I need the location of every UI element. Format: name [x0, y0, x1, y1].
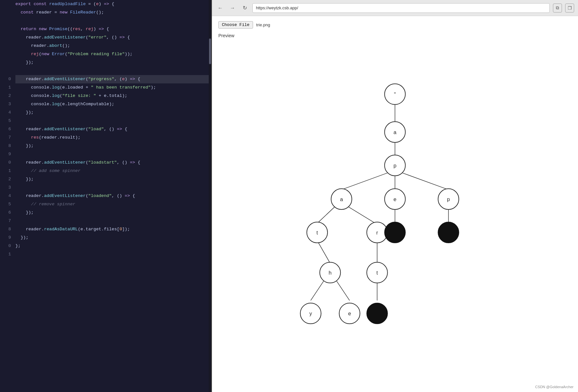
code-line: return new Promise((res, rej) => { [15, 25, 211, 33]
code-line: reader.addEventListener("loadstart", () … [15, 158, 211, 167]
code-line [15, 17, 211, 25]
trie-node-end1 [385, 222, 406, 243]
code-line: reader.addEventListener("load", () => { [15, 125, 211, 133]
svg-text:r: r [376, 230, 378, 235]
svg-text:t: t [316, 230, 318, 235]
code-line: console.log("file size: " + e.total); [15, 92, 211, 100]
code-line: reader.addEventListener("loadend", () =>… [15, 192, 211, 200]
url-bar[interactable] [252, 3, 550, 13]
code-line [15, 67, 211, 75]
svg-line-9 [317, 241, 330, 263]
code-line: }); [15, 58, 211, 67]
svg-text:y: y [309, 311, 312, 316]
code-content: export const readUploadFile = (e) => { c… [13, 0, 211, 392]
svg-point-30 [385, 222, 406, 243]
svg-line-6 [348, 207, 376, 223]
trie-visualization: " a p a [218, 41, 572, 381]
code-line [15, 217, 211, 225]
code-line: reader.addEventListener("progress", (e) … [15, 75, 211, 83]
svg-point-40 [367, 303, 388, 324]
scroll-track[interactable] [209, 0, 211, 392]
code-line: }); [15, 234, 211, 242]
open-new-button[interactable]: ❐ [565, 4, 574, 13]
trie-node-p2: p [438, 189, 459, 209]
svg-text:h: h [329, 270, 332, 276]
svg-text:t: t [376, 270, 378, 276]
code-line [15, 250, 211, 259]
fullscreen-button[interactable]: ⧉ [553, 4, 562, 13]
code-line [15, 183, 211, 192]
svg-text:p: p [394, 163, 397, 168]
trie-node-t1: t [307, 222, 328, 243]
line-numbers: 0 1 2 3 4 5 6 7 8 9 0 1 2 3 4 5 6 7 8 9 … [0, 0, 13, 392]
trie-node-a1: a [385, 122, 406, 142]
code-line: export const readUploadFile = (e) => { [15, 0, 211, 8]
forward-button[interactable]: → [228, 4, 237, 13]
back-button[interactable]: ← [216, 4, 225, 13]
browser-toolbar: ← → ↻ ⧉ ❐ [212, 0, 578, 16]
svg-text:a: a [394, 129, 397, 135]
choose-file-button[interactable]: Choose File [218, 21, 253, 29]
code-line: reader.readAsDataURL(e.target.files[0]); [15, 225, 211, 234]
code-line: }); [15, 175, 211, 183]
trie-node-end3 [367, 303, 388, 324]
code-line: }); [15, 209, 211, 217]
scroll-thumb[interactable] [209, 38, 211, 64]
code-editor: 0 1 2 3 4 5 6 7 8 9 0 1 2 3 4 5 6 7 8 9 … [0, 0, 212, 392]
trie-node-root: " [385, 84, 406, 105]
trie-node-t2: t [367, 262, 388, 283]
svg-text:p: p [447, 196, 450, 202]
trie-node-y1: y [300, 303, 321, 324]
trie-node-p1: p [385, 155, 406, 176]
trie-node-end2 [438, 222, 459, 243]
trie-node-e2: e [339, 303, 360, 324]
code-line: // remove spinner [15, 200, 211, 209]
code-line: reader.abort(); [15, 42, 211, 50]
trie-node-h1: h [320, 262, 341, 283]
code-line: reader.addEventListener("error", () => { [15, 33, 211, 42]
svg-line-5 [317, 207, 335, 223]
svg-line-12 [337, 281, 349, 301]
trie-node-e1: e [385, 189, 406, 209]
preview-label: Preview [218, 33, 572, 38]
browser-content: Choose File trie.png Preview [212, 16, 578, 392]
refresh-button[interactable]: ↻ [240, 4, 249, 13]
svg-line-2 [341, 173, 388, 190]
code-line: const reader = new FileReader(); [15, 8, 211, 17]
svg-text:e: e [348, 311, 351, 316]
svg-line-11 [311, 281, 324, 301]
svg-line-4 [401, 173, 448, 190]
code-line: res(reader.result); [15, 133, 211, 142]
browser-panel: ← → ↻ ⧉ ❐ Choose File trie.png Preview [212, 0, 578, 392]
file-input-row: Choose File trie.png [218, 21, 572, 29]
code-line: rej(new Error("Problem reading file")); [15, 50, 211, 58]
code-line: console.log(e.loaded + " has been transf… [15, 83, 211, 92]
svg-text:a: a [340, 196, 343, 202]
svg-point-31 [438, 222, 459, 243]
code-line: }); [15, 108, 211, 117]
code-line: }); [15, 142, 211, 150]
code-line: console.log(e.lengthComputable); [15, 100, 211, 108]
code-line [15, 117, 211, 125]
code-line: // add some spinner [15, 167, 211, 175]
watermark: CSDN @GoldenaArcher [535, 385, 574, 389]
code-line [15, 150, 211, 158]
svg-text:": " [394, 91, 396, 97]
code-line: }; [15, 242, 211, 250]
trie-node-a2: a [331, 189, 352, 209]
file-name-display: trie.png [256, 22, 270, 27]
svg-text:e: e [394, 196, 397, 202]
